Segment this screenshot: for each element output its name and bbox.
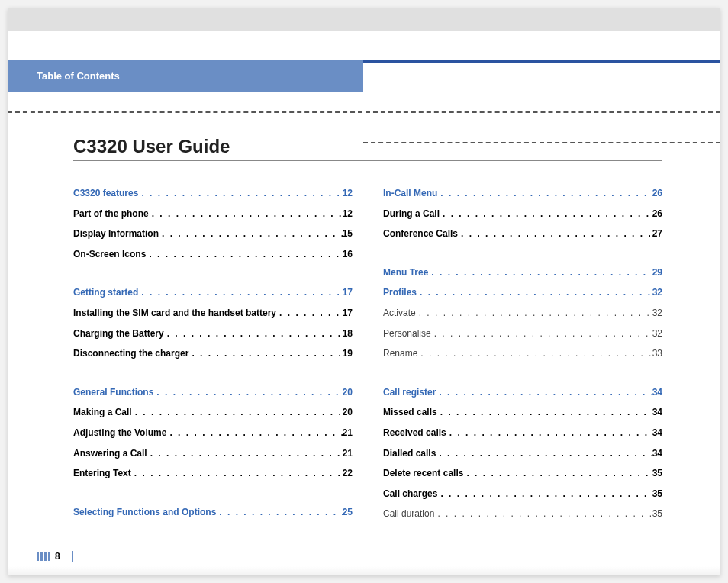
toc-label: Activate <box>383 308 416 320</box>
page-title: C3320 User Guide <box>73 136 230 157</box>
toc-page-number: 32 <box>652 287 662 299</box>
toc-page-number: 34 <box>652 427 662 440</box>
toc-leader-dots: . . . . . . . . . . . . . . . . . . . . … <box>416 308 652 320</box>
toc-page-number: 18 <box>343 328 353 340</box>
toc-label: Received calls <box>383 427 446 440</box>
toc-leader-dots: . . . . . . . . . . . . . . . . . . . . … <box>188 348 342 360</box>
toc-entry[interactable]: Profiles. . . . . . . . . . . . . . . . … <box>383 287 662 299</box>
toc-leader-dots: . . . . . . . . . . . . . . . . . . . . … <box>436 448 652 460</box>
toc-entry[interactable]: Charging the Battery. . . . . . . . . . … <box>73 328 353 340</box>
toc-leader-dots: . . . . . . . . . . . . . . . . . . . . … <box>463 468 652 480</box>
toc-entry[interactable]: Activate. . . . . . . . . . . . . . . . … <box>383 308 662 320</box>
toc-entry[interactable]: Answering a Call. . . . . . . . . . . . … <box>73 448 353 460</box>
toc-label: Charging the Battery <box>73 328 164 340</box>
toc-page-number: 17 <box>343 308 353 320</box>
toc-entry[interactable]: Dialled calls. . . . . . . . . . . . . .… <box>383 448 662 460</box>
toc-leader-dots: . . . . . . . . . . . . . . . . . . . . … <box>153 387 342 399</box>
toc-entry[interactable]: Disconnecting the charger. . . . . . . .… <box>73 348 353 360</box>
toc-entry[interactable]: In-Call Menu. . . . . . . . . . . . . . … <box>383 188 662 200</box>
toc-entry[interactable]: Selecting Functions and Options. . . . .… <box>73 507 353 519</box>
toc-leader-dots: . . . . . . . . . . . . . . . . . . . . … <box>138 188 342 200</box>
toc-page-number: 33 <box>652 348 662 360</box>
toc-entry[interactable]: Getting started. . . . . . . . . . . . .… <box>73 287 353 299</box>
toc-label: C3320 features <box>73 188 138 200</box>
toc-label: Menu Tree <box>383 267 428 279</box>
section-label: Table of Contents <box>37 70 120 82</box>
toc-entry[interactable]: Delete recent calls. . . . . . . . . . .… <box>383 468 662 480</box>
toc-entry[interactable]: Rename. . . . . . . . . . . . . . . . . … <box>383 348 662 360</box>
toc-leader-dots: . . . . . . . . . . . . . . . . . . . . … <box>437 407 652 419</box>
section-tab: Table of Contents <box>8 60 363 92</box>
toc-leader-dots: . . . . . . . . . . . . . . . . . . . . … <box>159 228 343 240</box>
footer-bars-icon <box>37 552 50 561</box>
toc-leader-dots: . . . . . . . . . . . . . . . . . . . . … <box>434 508 652 520</box>
toc-page-number: 16 <box>343 249 353 261</box>
toc-label: Delete recent calls <box>383 468 463 480</box>
toc-entry[interactable]: Making a Call. . . . . . . . . . . . . .… <box>73 407 353 419</box>
toc-page-number: 34 <box>652 407 662 419</box>
toc-leader-dots: . . . . . . . . . . . . . . . . . . . . … <box>276 308 343 320</box>
toc-page-number: 29 <box>652 267 662 279</box>
toc-label: Disconnecting the charger <box>73 348 188 360</box>
toc-label: Display Information <box>73 228 159 240</box>
toc-entry[interactable]: Received calls. . . . . . . . . . . . . … <box>383 427 662 440</box>
toc-entry[interactable]: Display Information. . . . . . . . . . .… <box>73 228 353 240</box>
toc-entry[interactable]: Installing the SIM card and the handset … <box>73 308 353 320</box>
toc-page-number: 35 <box>652 468 662 480</box>
toc-page-number: 19 <box>343 348 353 360</box>
toc-page-number: 25 <box>343 507 353 519</box>
toc-entry[interactable]: Menu Tree. . . . . . . . . . . . . . . .… <box>383 267 662 279</box>
toc-page-number: 35 <box>652 488 662 501</box>
toc-page-number: 20 <box>343 407 353 419</box>
toc-leader-dots: . . . . . . . . . . . . . . . . . . . . … <box>131 468 343 480</box>
blue-stripe <box>363 60 720 63</box>
toc-leader-dots: . . . . . . . . . . . . . . . . . . . . … <box>417 287 652 299</box>
toc-label: Call charges <box>383 488 437 501</box>
toc-entry[interactable]: C3320 features. . . . . . . . . . . . . … <box>73 188 353 200</box>
page: Table of Contents C3320 User Guide C3320… <box>8 8 720 575</box>
toc-page-number: 34 <box>652 387 662 399</box>
toc-leader-dots: . . . . . . . . . . . . . . . . . . . . … <box>428 267 652 279</box>
toc-entry[interactable]: Adjusting the Volume. . . . . . . . . . … <box>73 427 353 440</box>
dashed-line-bottom <box>363 142 720 143</box>
toc-entry[interactable]: Entering Text. . . . . . . . . . . . . .… <box>73 468 353 480</box>
toc-entry[interactable]: Call charges. . . . . . . . . . . . . . … <box>383 488 662 501</box>
header-bar: Table of Contents <box>8 60 720 92</box>
toc-label: Getting started <box>73 287 138 299</box>
toc-leader-dots: . . . . . . . . . . . . . . . . . . . . … <box>149 208 343 221</box>
toc-leader-dots: . . . . . . . . . . . . . . . . . . . . … <box>146 249 342 261</box>
toc-leader-dots: . . . . . . . . . . . . . . . . . . . . … <box>437 188 652 200</box>
toc-page-number: 35 <box>652 508 662 520</box>
toc-entry[interactable]: Call duration. . . . . . . . . . . . . .… <box>383 508 662 520</box>
toc-entry[interactable]: General Functions. . . . . . . . . . . .… <box>73 387 353 399</box>
toc-entry[interactable]: Missed calls. . . . . . . . . . . . . . … <box>383 407 662 419</box>
toc-leader-dots: . . . . . . . . . . . . . . . . . . . . … <box>431 328 652 340</box>
toc-label: Making a Call <box>73 407 132 419</box>
dashed-line-top <box>8 111 720 113</box>
toc-entry[interactable]: During a Call. . . . . . . . . . . . . .… <box>383 208 662 221</box>
toc-page-number: 12 <box>343 188 353 200</box>
toc-leader-dots: . . . . . . . . . . . . . . . . . . . . … <box>132 407 343 419</box>
toc-entry[interactable]: On-Screen Icons. . . . . . . . . . . . .… <box>73 249 353 261</box>
toc-entry[interactable]: Conference Calls. . . . . . . . . . . . … <box>383 228 662 240</box>
toc-leader-dots: . . . . . . . . . . . . . . . . . . . . … <box>437 488 652 501</box>
toc-page-number: 34 <box>652 448 662 460</box>
toc-label: Profiles <box>383 287 417 299</box>
toc-entry[interactable]: Call register. . . . . . . . . . . . . .… <box>383 387 662 399</box>
toc-label: Rename <box>383 348 417 360</box>
toc-label: Missed calls <box>383 407 437 419</box>
toc-entry[interactable]: Part of the phone. . . . . . . . . . . .… <box>73 208 353 221</box>
toc-label: Installing the SIM card and the handset … <box>73 308 276 320</box>
toc-page-number: 22 <box>343 468 353 480</box>
toc-page-number: 27 <box>652 228 662 240</box>
toc-label: Selecting Functions and Options <box>73 507 216 519</box>
toc-page-number: 17 <box>343 287 353 299</box>
toc-leader-dots: . . . . . . . . . . . . . . . . . . . . … <box>417 348 652 360</box>
footer: 8 <box>37 551 73 562</box>
toc-label: Answering a Call <box>73 448 147 460</box>
toc-leader-dots: . . . . . . . . . . . . . . . . . . . . … <box>216 507 342 519</box>
toc-page-number: 32 <box>652 328 662 340</box>
toc-label: During a Call <box>383 208 440 221</box>
toc-entry[interactable]: Personalise. . . . . . . . . . . . . . .… <box>383 328 662 340</box>
toc-leader-dots: . . . . . . . . . . . . . . . . . . . . … <box>440 208 652 221</box>
